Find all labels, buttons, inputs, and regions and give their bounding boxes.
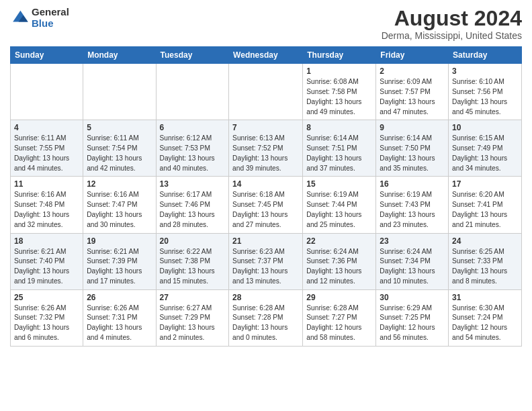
day-detail: Sunrise: 6:28 AM Sunset: 7:28 PM Dayligh…	[232, 304, 299, 343]
day-detail: Sunrise: 6:18 AM Sunset: 7:45 PM Dayligh…	[232, 190, 299, 230]
day-detail: Sunrise: 6:17 AM Sunset: 7:46 PM Dayligh…	[160, 190, 226, 230]
calendar-cell: 6Sunrise: 6:12 AM Sunset: 7:53 PM Daylig…	[156, 120, 229, 177]
calendar-cell: 20Sunrise: 6:22 AM Sunset: 7:38 PM Dayli…	[156, 233, 229, 289]
day-detail: Sunrise: 6:16 AM Sunset: 7:47 PM Dayligh…	[87, 190, 152, 230]
header: General Blue August 2024 Derma, Mississi…	[10, 7, 522, 41]
day-detail: Sunrise: 6:24 AM Sunset: 7:36 PM Dayligh…	[306, 247, 372, 287]
day-number: 30	[380, 293, 445, 302]
day-number: 9	[380, 123, 445, 132]
day-detail: Sunrise: 6:14 AM Sunset: 7:50 PM Dayligh…	[380, 134, 445, 173]
day-detail: Sunrise: 6:26 AM Sunset: 7:31 PM Dayligh…	[87, 304, 152, 343]
calendar-cell: 5Sunrise: 6:11 AM Sunset: 7:54 PM Daylig…	[83, 120, 156, 177]
day-number: 24	[452, 236, 518, 246]
calendar-cell: 27Sunrise: 6:27 AM Sunset: 7:29 PM Dayli…	[156, 289, 229, 346]
day-of-week-header: Saturday	[449, 47, 522, 64]
day-detail: Sunrise: 6:13 AM Sunset: 7:52 PM Dayligh…	[232, 134, 299, 173]
day-number: 25	[14, 293, 79, 302]
day-detail: Sunrise: 6:15 AM Sunset: 7:49 PM Dayligh…	[452, 134, 518, 173]
logo-text: General Blue	[32, 7, 69, 29]
day-number: 15	[306, 179, 372, 189]
calendar-cell: 2Sunrise: 6:09 AM Sunset: 7:57 PM Daylig…	[376, 64, 449, 120]
day-number: 11	[14, 179, 79, 189]
day-number: 17	[452, 179, 518, 189]
day-of-week-header: Friday	[376, 47, 449, 64]
day-detail: Sunrise: 6:11 AM Sunset: 7:54 PM Dayligh…	[87, 134, 152, 173]
calendar-cell: 17Sunrise: 6:20 AM Sunset: 7:41 PM Dayli…	[449, 177, 522, 233]
calendar-cell	[156, 64, 229, 120]
day-detail: Sunrise: 6:16 AM Sunset: 7:48 PM Dayligh…	[14, 190, 79, 230]
day-number: 18	[14, 236, 79, 246]
calendar-cell: 12Sunrise: 6:16 AM Sunset: 7:47 PM Dayli…	[83, 177, 156, 233]
calendar-cell: 7Sunrise: 6:13 AM Sunset: 7:52 PM Daylig…	[229, 120, 303, 177]
calendar-table: SundayMondayTuesdayWednesdayThursdayFrid…	[10, 46, 522, 347]
calendar-cell	[11, 64, 83, 120]
calendar-cell: 16Sunrise: 6:19 AM Sunset: 7:43 PM Dayli…	[376, 177, 449, 233]
calendar-week-row: 25Sunrise: 6:26 AM Sunset: 7:32 PM Dayli…	[11, 289, 522, 346]
day-detail: Sunrise: 6:30 AM Sunset: 7:24 PM Dayligh…	[452, 304, 518, 343]
calendar-cell	[229, 64, 303, 120]
calendar-cell: 31Sunrise: 6:30 AM Sunset: 7:24 PM Dayli…	[449, 289, 522, 346]
calendar-cell: 21Sunrise: 6:23 AM Sunset: 7:37 PM Dayli…	[229, 233, 303, 289]
day-number: 26	[87, 293, 152, 302]
calendar-week-row: 18Sunrise: 6:21 AM Sunset: 7:40 PM Dayli…	[11, 233, 522, 289]
day-number: 27	[160, 293, 226, 302]
day-detail: Sunrise: 6:20 AM Sunset: 7:41 PM Dayligh…	[452, 190, 518, 230]
calendar-week-row: 11Sunrise: 6:16 AM Sunset: 7:48 PM Dayli…	[11, 177, 522, 233]
calendar-cell: 19Sunrise: 6:21 AM Sunset: 7:39 PM Dayli…	[83, 233, 156, 289]
day-detail: Sunrise: 6:09 AM Sunset: 7:57 PM Dayligh…	[380, 77, 445, 117]
day-detail: Sunrise: 6:24 AM Sunset: 7:34 PM Dayligh…	[380, 247, 445, 287]
calendar-cell: 11Sunrise: 6:16 AM Sunset: 7:48 PM Dayli…	[11, 177, 83, 233]
day-number: 1	[306, 66, 372, 76]
calendar-cell: 18Sunrise: 6:21 AM Sunset: 7:40 PM Dayli…	[11, 233, 83, 289]
day-detail: Sunrise: 6:28 AM Sunset: 7:27 PM Dayligh…	[306, 304, 372, 343]
day-of-week-header: Sunday	[11, 47, 83, 64]
day-detail: Sunrise: 6:12 AM Sunset: 7:53 PM Dayligh…	[160, 134, 226, 173]
day-detail: Sunrise: 6:19 AM Sunset: 7:43 PM Dayligh…	[380, 190, 445, 230]
logo-icon	[10, 9, 29, 28]
day-number: 4	[14, 123, 79, 132]
day-detail: Sunrise: 6:25 AM Sunset: 7:33 PM Dayligh…	[452, 247, 518, 287]
calendar-week-row: 1Sunrise: 6:08 AM Sunset: 7:58 PM Daylig…	[11, 64, 522, 120]
day-number: 2	[380, 66, 445, 76]
calendar-cell: 13Sunrise: 6:17 AM Sunset: 7:46 PM Dayli…	[156, 177, 229, 233]
day-number: 19	[87, 236, 152, 246]
day-number: 28	[232, 293, 299, 302]
calendar-cell: 28Sunrise: 6:28 AM Sunset: 7:28 PM Dayli…	[229, 289, 303, 346]
calendar-cell: 30Sunrise: 6:29 AM Sunset: 7:25 PM Dayli…	[376, 289, 449, 346]
day-number: 5	[87, 123, 152, 132]
day-detail: Sunrise: 6:08 AM Sunset: 7:58 PM Dayligh…	[306, 77, 372, 117]
calendar-cell	[83, 64, 156, 120]
day-detail: Sunrise: 6:29 AM Sunset: 7:25 PM Dayligh…	[380, 304, 445, 343]
day-number: 22	[306, 236, 372, 246]
day-detail: Sunrise: 6:10 AM Sunset: 7:56 PM Dayligh…	[452, 77, 518, 117]
calendar-cell: 8Sunrise: 6:14 AM Sunset: 7:51 PM Daylig…	[303, 120, 376, 177]
day-of-week-header: Thursday	[303, 47, 376, 64]
calendar-cell: 29Sunrise: 6:28 AM Sunset: 7:27 PM Dayli…	[303, 289, 376, 346]
day-of-week-header: Wednesday	[229, 47, 303, 64]
day-of-week-header: Tuesday	[156, 47, 229, 64]
day-number: 3	[452, 66, 518, 76]
day-number: 8	[306, 123, 372, 132]
main-title: August 2024	[382, 7, 522, 30]
calendar-cell: 3Sunrise: 6:10 AM Sunset: 7:56 PM Daylig…	[449, 64, 522, 120]
calendar-header-row: SundayMondayTuesdayWednesdayThursdayFrid…	[11, 47, 522, 64]
calendar-cell: 24Sunrise: 6:25 AM Sunset: 7:33 PM Dayli…	[449, 233, 522, 289]
day-number: 14	[232, 179, 299, 189]
day-number: 12	[87, 179, 152, 189]
calendar-cell: 23Sunrise: 6:24 AM Sunset: 7:34 PM Dayli…	[376, 233, 449, 289]
day-detail: Sunrise: 6:26 AM Sunset: 7:32 PM Dayligh…	[14, 304, 79, 343]
day-number: 21	[232, 236, 299, 246]
logo-blue-text: Blue	[32, 18, 69, 30]
title-area: August 2024 Derma, Mississippi, United S…	[382, 7, 522, 41]
day-detail: Sunrise: 6:21 AM Sunset: 7:39 PM Dayligh…	[87, 247, 152, 287]
calendar-cell: 1Sunrise: 6:08 AM Sunset: 7:58 PM Daylig…	[303, 64, 376, 120]
day-detail: Sunrise: 6:19 AM Sunset: 7:44 PM Dayligh…	[306, 190, 372, 230]
calendar-cell: 14Sunrise: 6:18 AM Sunset: 7:45 PM Dayli…	[229, 177, 303, 233]
day-number: 10	[452, 123, 518, 132]
calendar-cell: 26Sunrise: 6:26 AM Sunset: 7:31 PM Dayli…	[83, 289, 156, 346]
day-number: 6	[160, 123, 226, 132]
day-of-week-header: Monday	[83, 47, 156, 64]
day-detail: Sunrise: 6:22 AM Sunset: 7:38 PM Dayligh…	[160, 247, 226, 287]
day-number: 13	[160, 179, 226, 189]
day-detail: Sunrise: 6:23 AM Sunset: 7:37 PM Dayligh…	[232, 247, 299, 287]
